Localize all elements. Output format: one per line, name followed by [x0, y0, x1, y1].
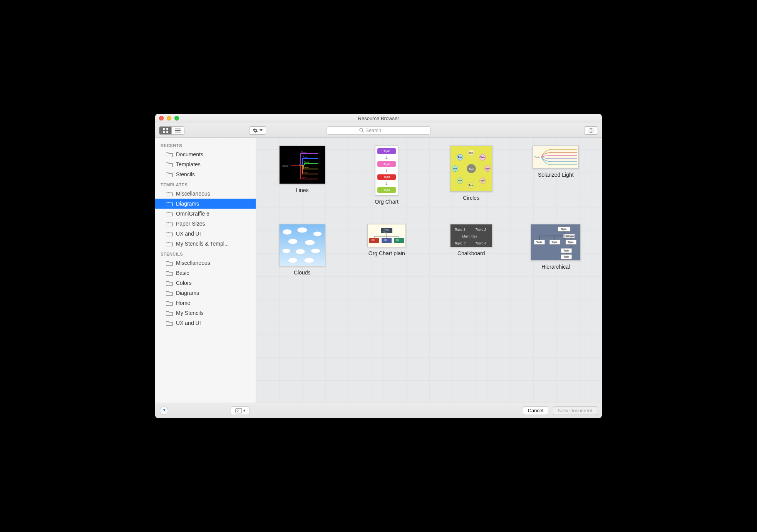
sidebar-item-label: Basic [176, 270, 189, 276]
sidebar-item[interactable]: Diagrams [155, 288, 256, 298]
svg-text:Topic: Topic [534, 156, 540, 158]
svg-text:Topic: Topic [457, 157, 462, 159]
sidebar-item[interactable]: Paper Sizes [155, 219, 256, 229]
template-thumbnail: Topic Use Label Topic Topic Topic Topic … [531, 224, 581, 261]
template-label: Solarized Light [538, 172, 574, 178]
sidebar-item[interactable]: Miscellaneous [155, 189, 256, 199]
svg-point-49 [311, 249, 320, 253]
sidebar-section-header: RECENTS [155, 140, 256, 149]
svg-rect-2 [163, 131, 165, 133]
sidebar-item[interactable]: Colors [155, 278, 256, 288]
template-item[interactable]: Topic Solarized Light [521, 146, 591, 205]
svg-text:Topic: Topic [568, 241, 573, 243]
template-label: Circles [463, 195, 479, 201]
template-label: Hierarchical [541, 264, 570, 270]
template-label: Clouds [294, 269, 311, 276]
svg-point-50 [288, 258, 297, 263]
folder-icon [166, 152, 173, 157]
folder-icon [166, 300, 173, 306]
svg-point-48 [296, 249, 305, 254]
svg-point-42 [283, 229, 292, 235]
sidebar-item-label: OmniGraffle 6 [176, 211, 209, 217]
template-label: Org Chart [375, 199, 399, 205]
help-button[interactable]: ? [160, 407, 168, 415]
close-window-button[interactable] [159, 116, 164, 120]
zoom-window-button[interactable] [174, 116, 179, 120]
svg-text:Topic: Topic [301, 176, 306, 179]
info-icon [588, 128, 594, 133]
svg-text:Topic: Topic [469, 184, 474, 186]
folder-icon [166, 260, 173, 266]
template-item[interactable]: TITLEName title title title Org Chart pl… [352, 224, 422, 276]
svg-point-46 [305, 240, 315, 245]
sidebar-item[interactable]: OmniGraffle 6 [155, 209, 256, 219]
svg-point-10 [591, 129, 591, 130]
sidebar-item[interactable]: My Stencils & Templ... [155, 239, 256, 249]
template-item[interactable]: Topic Topic Topic Topic Topic Topic Topi… [268, 146, 337, 205]
search-input[interactable] [327, 126, 430, 135]
template-item[interactable]: Topic Topic Topic Topic Topic Topic Topi… [437, 146, 506, 205]
sidebar-item[interactable]: Diagrams [155, 199, 256, 209]
icon-view-button[interactable] [159, 127, 172, 134]
svg-text:title: title [384, 239, 387, 241]
template-item[interactable]: Clouds [268, 224, 337, 276]
info-button[interactable] [584, 126, 598, 135]
folder-icon [166, 172, 173, 177]
svg-text:Topic: Topic [552, 241, 557, 243]
svg-rect-6 [175, 132, 181, 132]
svg-rect-11 [591, 130, 591, 132]
svg-line-8 [362, 131, 364, 132]
template-thumbnail: Topic [533, 146, 579, 169]
traffic-lights [159, 116, 179, 120]
svg-text:title: title [396, 239, 399, 241]
svg-rect-1 [166, 128, 168, 130]
svg-point-45 [288, 239, 297, 244]
toolbar [155, 123, 602, 138]
sidebar-item-label: Stencils [176, 171, 195, 177]
cancel-button[interactable]: Cancel [523, 407, 548, 415]
template-item[interactable]: Topic Topic Topic Topic Org Chart [352, 146, 422, 205]
sidebar-item-label: Miscellaneous [176, 191, 210, 197]
search-field-wrap [327, 126, 430, 135]
list-view-button[interactable] [172, 127, 184, 134]
svg-text:Topic: Topic [469, 152, 474, 154]
sidebar-item-label: Paper Sizes [176, 221, 205, 227]
svg-text:Topic 4: Topic 4 [475, 241, 486, 245]
content-area: Topic Topic Topic Topic Topic Topic Topi… [256, 138, 602, 403]
template-item[interactable]: Topic 1 Topic 2 Main Idea Topic 3 Topic … [437, 224, 506, 276]
template-item[interactable]: Topic Use Label Topic Topic Topic Topic … [521, 224, 591, 276]
new-stencil-button[interactable]: + [231, 407, 250, 415]
svg-text:Topic: Topic [469, 168, 474, 170]
sidebar-item[interactable]: Basic [155, 268, 256, 278]
sidebar-item[interactable]: Documents [155, 149, 256, 159]
folder-icon [166, 310, 173, 316]
sidebar-item[interactable]: My Stencils [155, 308, 256, 318]
action-menu-button[interactable] [249, 126, 266, 135]
folder-icon [166, 201, 173, 206]
sidebar-item[interactable]: Templates [155, 159, 256, 169]
svg-text:Topic: Topic [304, 161, 310, 163]
folder-icon [166, 280, 173, 286]
minimize-window-button[interactable] [167, 116, 171, 120]
sidebar-item-label: Diagrams [176, 290, 199, 296]
sidebar-section-header: TEMPLATES [155, 179, 256, 189]
svg-text:Topic 3: Topic 3 [454, 241, 466, 245]
sidebar-item[interactable]: UX and UI [155, 229, 256, 239]
svg-text:Topic: Topic [536, 241, 542, 243]
chevron-down-icon [260, 129, 263, 131]
sidebar-item-label: Documents [176, 151, 203, 157]
svg-text:+: + [243, 408, 245, 413]
svg-rect-0 [163, 128, 165, 130]
sidebar-item[interactable]: Miscellaneous [155, 258, 256, 268]
svg-text:Main Idea: Main Idea [462, 234, 477, 238]
svg-rect-3 [166, 131, 168, 133]
sidebar-item[interactable]: Home [155, 298, 256, 308]
sidebar-item-label: My Stencils & Templ... [176, 241, 229, 247]
sidebar-item-label: Templates [176, 161, 201, 167]
titlebar: Resource Browser [155, 114, 602, 123]
sidebar: RECENTSDocumentsTemplatesStencilsTEMPLAT… [155, 138, 256, 403]
list-icon [175, 129, 181, 132]
search-icon [359, 128, 364, 134]
sidebar-item[interactable]: Stencils [155, 169, 256, 179]
sidebar-item[interactable]: UX and UI [155, 318, 256, 328]
